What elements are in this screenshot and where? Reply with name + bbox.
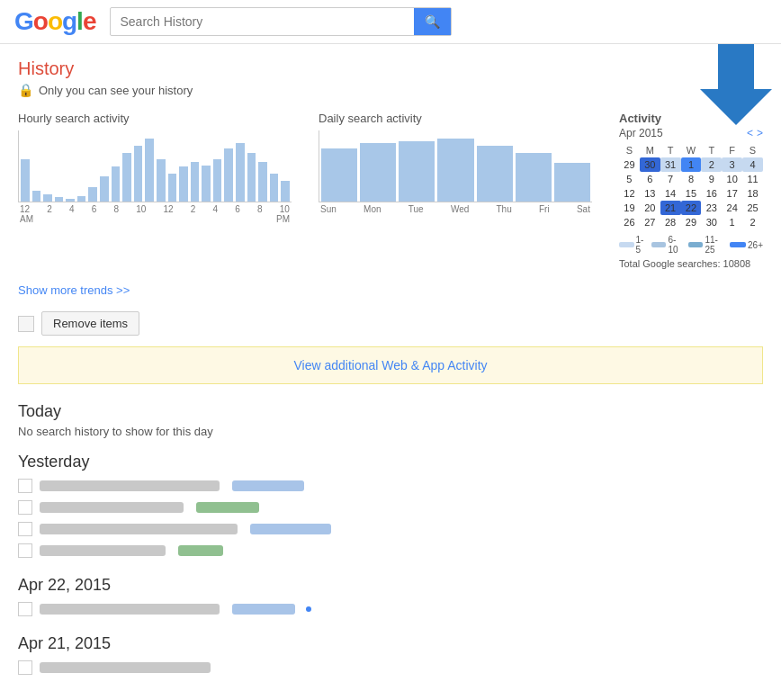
calendar-day[interactable]: 13	[640, 186, 660, 201]
calendar-day[interactable]: 22	[681, 201, 702, 215]
calendar-day[interactable]: 29	[681, 215, 702, 229]
web-activity-link[interactable]: View additional Web & App Activity	[293, 358, 487, 372]
date-heading: Apr 22, 2015	[18, 576, 763, 595]
remove-items-button[interactable]: Remove items	[41, 311, 139, 336]
month-year-label: Apr 2015	[619, 127, 663, 139]
hourly-bar	[112, 166, 121, 202]
calendar-day[interactable]: 31	[660, 157, 681, 172]
hourly-bar	[179, 166, 188, 202]
calendar-day[interactable]: 15	[681, 186, 702, 201]
calendar-day[interactable]: 3	[722, 157, 742, 172]
history-item-tag	[232, 604, 295, 615]
history-item-link[interactable]	[40, 524, 238, 534]
hourly-bar	[100, 176, 109, 202]
hourly-bar	[258, 162, 267, 202]
calendar-day[interactable]: 9	[701, 172, 722, 186]
legend-label: 26+	[748, 240, 763, 250]
calendar-day[interactable]: 20	[640, 201, 660, 215]
daily-bar	[554, 163, 590, 202]
history-item-checkbox[interactable]	[18, 660, 32, 675]
legend-swatch	[619, 242, 634, 247]
history-item-link[interactable]	[40, 604, 220, 615]
privacy-text: Only you can see your history	[39, 84, 193, 97]
logo-o1: o	[33, 7, 48, 35]
calendar-day[interactable]: 5	[619, 172, 640, 186]
calendar-day[interactable]: 24	[722, 201, 742, 215]
daily-bar	[321, 148, 357, 202]
total-label: Total Google searches:	[619, 258, 721, 269]
history-section: Apr 21, 2015	[18, 634, 763, 678]
calendar-day[interactable]: 18	[742, 186, 763, 201]
history-item-link[interactable]	[40, 545, 166, 556]
calendar-day[interactable]: 8	[681, 172, 702, 186]
hourly-chart-labels: 12 2 4 6 8 10 12 2 4 6 8 10	[18, 204, 292, 214]
history-item	[18, 518, 763, 540]
page-title: History	[18, 58, 763, 79]
legend-swatch	[688, 242, 704, 247]
history-item	[18, 598, 763, 620]
hourly-bar	[281, 181, 290, 202]
hourly-bar	[157, 159, 166, 202]
calendar-day[interactable]: 27	[640, 215, 660, 229]
calendar-day[interactable]: 14	[660, 186, 681, 201]
privacy-notice: 🔒 Only you can see your history	[18, 83, 763, 97]
hourly-bar-chart	[18, 130, 292, 202]
calendar-day[interactable]: 23	[701, 201, 722, 215]
show-more-trends-link[interactable]: Show more trends >>	[18, 283, 130, 297]
daily-chart: Daily search activity Sun Mon Tue Wed Th…	[319, 112, 592, 269]
legend-label: 11-25	[705, 235, 726, 255]
calendar-legend: 1-56-1011-2526+	[619, 235, 763, 255]
logo-e: e	[83, 7, 96, 35]
hourly-bar	[122, 153, 131, 202]
history-item-link[interactable]	[40, 662, 211, 673]
calendar-day-header: T	[701, 143, 722, 157]
calendar-day[interactable]: 29	[619, 157, 640, 172]
history-item-link[interactable]	[40, 502, 184, 513]
calendar-day[interactable]: 12	[619, 186, 640, 201]
calendar-day[interactable]: 25	[742, 201, 763, 215]
history-item-link[interactable]	[40, 480, 220, 491]
calendar-day[interactable]: 19	[619, 201, 640, 215]
calendar-day-header: T	[660, 143, 681, 157]
next-month-button[interactable]: >	[757, 127, 763, 139]
search-button[interactable]: 🔍	[414, 8, 451, 35]
total-count: 10808	[723, 258, 751, 269]
calendar-day[interactable]: 16	[701, 186, 722, 201]
calendar-day[interactable]: 2	[701, 157, 722, 172]
calendar-day[interactable]: 21	[660, 201, 681, 215]
calendar-day[interactable]: 26	[619, 215, 640, 229]
calendar-day[interactable]: 1	[722, 215, 742, 229]
history-item-checkbox[interactable]	[18, 522, 32, 536]
calendar-day[interactable]: 10	[722, 172, 742, 186]
history-item-checkbox[interactable]	[18, 500, 32, 515]
calendar-day[interactable]: 6	[640, 172, 660, 186]
history-item-tag	[232, 480, 304, 491]
calendar-day[interactable]: 30	[701, 215, 722, 229]
daily-chart-labels: Sun Mon Tue Wed Thu Fri Sat	[319, 204, 592, 214]
history-item-checkbox[interactable]	[18, 602, 32, 616]
calendar-day[interactable]: 4	[742, 157, 763, 172]
history-item-checkbox[interactable]	[18, 479, 32, 493]
daily-bar	[437, 139, 473, 202]
hourly-bar	[66, 199, 75, 202]
calendar-day[interactable]: 2	[742, 215, 763, 229]
hourly-bar	[270, 174, 279, 202]
legend-item: 6-10	[651, 235, 685, 255]
calendar-day[interactable]: 7	[660, 172, 681, 186]
history-item-checkbox[interactable]	[18, 543, 32, 558]
calendar-day[interactable]: 28	[660, 215, 681, 229]
hourly-bar	[77, 196, 86, 202]
calendar-day[interactable]: 11	[742, 172, 763, 186]
calendar-day[interactable]: 1	[681, 157, 702, 172]
legend-label: 1-5	[636, 235, 648, 255]
hourly-bar	[55, 197, 64, 202]
daily-bar	[477, 146, 513, 202]
select-all-checkbox[interactable]	[18, 316, 34, 332]
calendar-day[interactable]: 30	[640, 157, 660, 172]
calendar-day[interactable]: 17	[722, 186, 742, 201]
hourly-bar	[168, 174, 177, 202]
prev-month-button[interactable]: <	[747, 127, 753, 139]
calendar-day-header: W	[681, 143, 702, 157]
web-activity-banner: View additional Web & App Activity	[18, 346, 763, 384]
search-input[interactable]	[111, 9, 414, 34]
